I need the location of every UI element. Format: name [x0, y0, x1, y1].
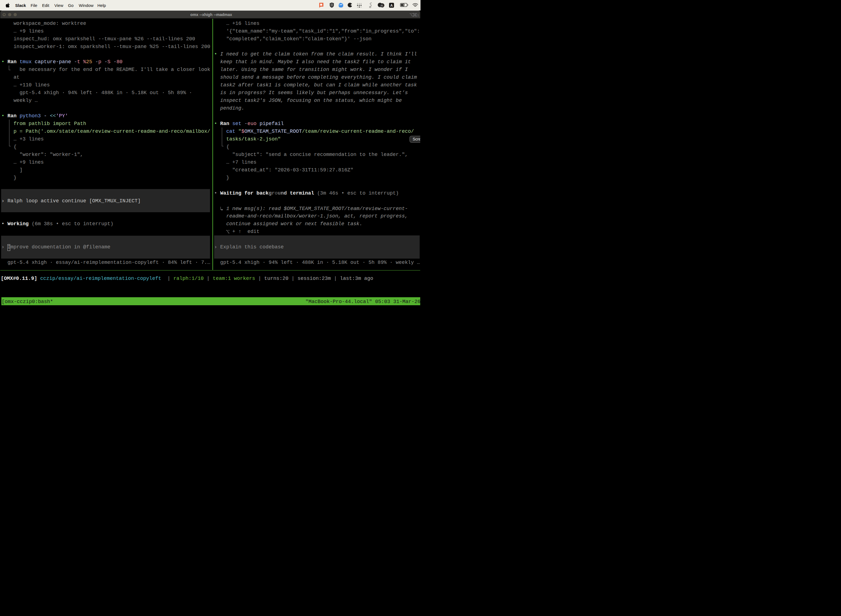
svg-text:A: A [390, 3, 393, 7]
svg-text:..61: ..61 [379, 4, 384, 7]
